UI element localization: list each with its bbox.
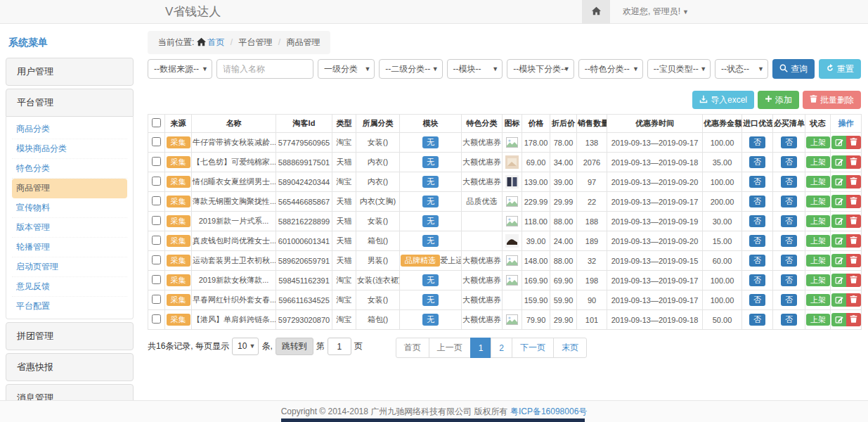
imported-toggle[interactable]: 否	[749, 196, 765, 207]
imported-toggle[interactable]: 否	[749, 136, 765, 148]
edit-button[interactable]	[831, 175, 846, 188]
filter-select-6[interactable]: --宝贝类型--▼	[647, 59, 711, 79]
status-button[interactable]: 上架	[806, 274, 830, 286]
delete-button[interactable]	[846, 234, 861, 248]
edit-button[interactable]	[831, 234, 846, 248]
sidebar-group-3[interactable]: 省惠快报	[6, 353, 134, 381]
page-number-input[interactable]	[328, 338, 351, 355]
page-button-1[interactable]: 1	[470, 338, 492, 358]
row-checkbox[interactable]	[152, 236, 161, 245]
sidebar-item-1-1[interactable]: 模块商品分类	[12, 139, 127, 159]
imported-toggle[interactable]: 否	[749, 235, 765, 247]
must-buy-toggle[interactable]: 否	[781, 176, 797, 188]
must-buy-toggle[interactable]: 否	[781, 215, 797, 227]
delete-button[interactable]	[846, 293, 861, 307]
edit-button[interactable]	[831, 195, 846, 208]
select-all-checkbox[interactable]	[152, 118, 161, 127]
page-button-末页[interactable]: 末页	[553, 338, 587, 358]
status-button[interactable]: 上架	[806, 136, 830, 148]
sidebar-item-1-6[interactable]: 轮播管理	[12, 238, 127, 257]
sidebar-item-1-7[interactable]: 启动页管理	[12, 257, 127, 277]
sidebar-item-1-4[interactable]: 宣传物料	[12, 198, 127, 218]
user-menu[interactable]: 欢迎您, 管理员!▼	[623, 6, 689, 18]
row-checkbox[interactable]	[152, 255, 161, 264]
import-excel-button[interactable]: 导入excel	[692, 91, 754, 109]
sidebar-item-1-0[interactable]: 商品分类	[12, 120, 127, 139]
row-checkbox[interactable]	[152, 157, 161, 166]
add-button[interactable]: 添加	[758, 91, 799, 109]
edit-button[interactable]	[831, 274, 846, 287]
sidebar-item-1-3[interactable]: 商品管理	[12, 179, 127, 198]
sidebar-item-1-2[interactable]: 特色分类	[12, 159, 127, 179]
filter-select-1[interactable]: 一级分类▼	[318, 59, 375, 79]
delete-button[interactable]	[846, 155, 861, 169]
filter-select-4[interactable]: --模块下分类--▼	[507, 59, 574, 79]
delete-button[interactable]	[846, 274, 861, 287]
breadcrumb-home-link[interactable]: 首页	[207, 37, 224, 47]
edit-button[interactable]	[831, 215, 846, 228]
filter-select-2[interactable]: --二级分类--▼	[379, 59, 442, 79]
row-checkbox[interactable]	[152, 196, 161, 205]
must-buy-toggle[interactable]: 否	[781, 255, 797, 267]
per-page-select[interactable]: 10▼	[232, 338, 259, 355]
must-buy-toggle[interactable]: 否	[781, 136, 797, 148]
row-checkbox[interactable]	[152, 177, 161, 186]
filter-select-5[interactable]: --特色分类--▼	[578, 59, 643, 79]
filter-select-3[interactable]: --模块--▼	[447, 59, 503, 79]
jump-button[interactable]: 跳转到	[276, 338, 313, 355]
row-checkbox[interactable]	[152, 137, 161, 146]
delete-button[interactable]	[846, 313, 861, 326]
icp-link[interactable]: 粤ICP备16098006号	[510, 406, 587, 418]
sidebar-item-1-9[interactable]: 平台配置	[12, 297, 127, 316]
status-button[interactable]: 上架	[806, 255, 830, 267]
filter-select-0[interactable]: --数据来源--▼	[148, 59, 212, 79]
delete-button[interactable]	[846, 215, 861, 228]
home-button[interactable]	[582, 0, 610, 23]
page-button-上一页[interactable]: 上一页	[429, 338, 471, 358]
imported-toggle[interactable]: 否	[749, 215, 765, 227]
edit-button[interactable]	[831, 136, 846, 149]
status-button[interactable]: 上架	[806, 156, 830, 168]
imported-toggle[interactable]: 否	[749, 255, 765, 267]
row-checkbox[interactable]	[152, 295, 161, 304]
edit-button[interactable]	[831, 254, 846, 267]
filter-select-7[interactable]: --状态--▼	[715, 59, 768, 79]
batch-delete-button[interactable]: 批量删除	[803, 91, 861, 109]
must-buy-toggle[interactable]: 否	[781, 156, 797, 168]
delete-button[interactable]	[846, 254, 861, 267]
row-checkbox[interactable]	[152, 275, 161, 284]
sidebar-group-2[interactable]: 拼团管理	[6, 322, 134, 350]
imported-toggle[interactable]: 否	[749, 314, 765, 326]
imported-toggle[interactable]: 否	[749, 176, 765, 188]
sidebar-group-0[interactable]: 用户管理	[6, 58, 134, 86]
page-button-首页[interactable]: 首页	[396, 338, 429, 358]
row-checkbox[interactable]	[152, 314, 161, 324]
status-button[interactable]: 上架	[806, 294, 830, 306]
edit-button[interactable]	[831, 313, 846, 326]
status-button[interactable]: 上架	[806, 314, 830, 326]
edit-button[interactable]	[831, 155, 846, 169]
must-buy-toggle[interactable]: 否	[781, 196, 797, 207]
delete-button[interactable]	[846, 195, 861, 208]
imported-toggle[interactable]: 否	[749, 274, 765, 286]
page-button-下一页[interactable]: 下一页	[512, 338, 554, 358]
sidebar-group-1[interactable]: 平台管理	[6, 89, 134, 117]
delete-button[interactable]	[846, 136, 861, 149]
must-buy-toggle[interactable]: 否	[781, 294, 797, 306]
row-checkbox[interactable]	[152, 216, 161, 225]
name-search-input[interactable]	[216, 59, 313, 79]
app-brand[interactable]: V省钱达人	[165, 4, 221, 20]
reset-button[interactable]: 重置	[819, 59, 861, 79]
status-button[interactable]: 上架	[806, 215, 830, 227]
status-button[interactable]: 上架	[806, 176, 830, 188]
imported-toggle[interactable]: 否	[749, 294, 765, 306]
sidebar-group-4[interactable]: 消息管理	[6, 384, 134, 400]
delete-button[interactable]	[846, 175, 861, 188]
must-buy-toggle[interactable]: 否	[781, 235, 797, 247]
page-button-2[interactable]: 2	[491, 338, 512, 358]
sidebar-item-1-5[interactable]: 版本管理	[12, 218, 127, 238]
must-buy-toggle[interactable]: 否	[781, 314, 797, 326]
status-button[interactable]: 上架	[806, 196, 830, 207]
status-button[interactable]: 上架	[806, 235, 830, 247]
must-buy-toggle[interactable]: 否	[781, 274, 797, 286]
